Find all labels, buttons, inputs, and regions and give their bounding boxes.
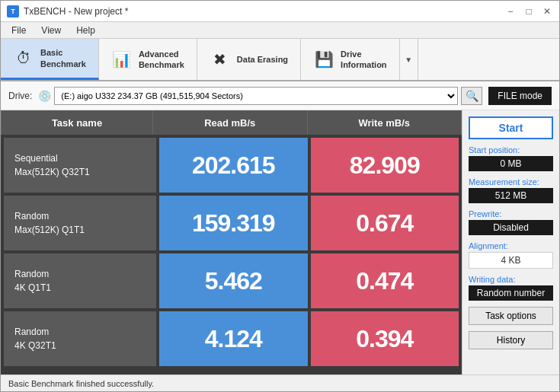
bench-write-0: 82.909 (311, 138, 459, 193)
bench-read-1: 159.319 (159, 196, 308, 250)
app-icon: T (7, 5, 19, 18)
header-read: Read mB/s (153, 110, 308, 135)
data-erasing-icon: ✖ (210, 49, 231, 70)
benchmark-area: Task name Read mB/s Write mB/s Sequentia… (1, 110, 462, 374)
writing-data-label: Writing data: (469, 275, 553, 284)
sidebar: Start Start position: 0 MB Measurement s… (462, 110, 559, 374)
app-title: TxBENCH - New project * (24, 6, 128, 17)
minimize-button[interactable]: − (504, 5, 517, 18)
title-bar-left: T TxBENCH - New project * (7, 5, 128, 18)
header-task-name: Task name (1, 110, 153, 135)
window-controls: − □ ✕ (504, 5, 553, 18)
maximize-button[interactable]: □ (523, 5, 535, 18)
alignment-value: 4 KB (469, 252, 553, 269)
alignment-group: Alignment: 4 KB (469, 241, 553, 269)
bench-label-1: RandomMax(512K) Q1T1 (4, 196, 156, 250)
bench-read-2: 5.462 (159, 253, 308, 308)
start-position-group: Start position: 0 MB (469, 145, 553, 171)
toolbar-more-arrow[interactable]: ▼ (400, 39, 418, 80)
drive-selector-wrapper: (E:) aigo U332 234.37 GB (491,515,904 Se… (54, 87, 458, 105)
drive-icon: 💿 (38, 90, 51, 102)
status-text: Basic Benchmark finished successfully. (8, 379, 154, 388)
bench-write-2: 0.474 (311, 253, 459, 308)
table-row: RandomMax(512K) Q1T1 159.319 0.674 (4, 196, 459, 250)
basic-benchmark-label: BasicBenchmark (40, 47, 86, 69)
alignment-label: Alignment: (469, 241, 553, 250)
status-bar: Basic Benchmark finished successfully. (1, 374, 559, 391)
table-header: Task name Read mB/s Write mB/s (1, 110, 462, 135)
header-write: Write mB/s (308, 110, 462, 135)
advanced-benchmark-icon: 📊 (111, 49, 133, 70)
history-button[interactable]: History (469, 331, 553, 349)
prewrite-group: Prewrite: Disabled (469, 209, 553, 235)
prewrite-value: Disabled (469, 220, 553, 235)
main-content: Task name Read mB/s Write mB/s Sequentia… (1, 110, 559, 374)
drive-label: Drive: (8, 91, 32, 101)
toolbar-data-erasing[interactable]: ✖ Data Erasing (197, 39, 301, 80)
drive-information-label: DriveInformation (341, 49, 387, 71)
advanced-benchmark-label: AdvancedBenchmark (139, 49, 184, 71)
prewrite-label: Prewrite: (469, 209, 553, 218)
benchmark-rows: SequentialMax(512K) Q32T1 202.615 82.909… (1, 135, 462, 374)
start-position-value: 0 MB (469, 156, 553, 171)
close-button[interactable]: ✕ (541, 5, 553, 18)
toolbar-advanced-benchmark[interactable]: 📊 AdvancedBenchmark (99, 39, 197, 80)
bench-label-0: SequentialMax(512K) Q32T1 (4, 138, 156, 193)
start-position-label: Start position: (469, 145, 553, 155)
table-row: Random4K Q1T1 5.462 0.474 (4, 253, 459, 308)
basic-benchmark-icon: ⏱ (13, 48, 34, 69)
bench-label-3: Random4K Q32T1 (4, 311, 156, 366)
bench-label-2: Random4K Q1T1 (4, 253, 156, 308)
table-row: SequentialMax(512K) Q32T1 202.615 82.909 (4, 138, 459, 193)
bench-write-3: 0.394 (311, 311, 459, 366)
task-options-button[interactable]: Task options (469, 307, 553, 325)
toolbar: ⏱ BasicBenchmark 📊 AdvancedBenchmark ✖ D… (1, 39, 559, 81)
menu-help[interactable]: Help (72, 24, 100, 37)
measurement-size-group: Measurement size: 512 MB (469, 177, 553, 203)
data-erasing-label: Data Erasing (237, 54, 288, 65)
table-row: Random4K Q32T1 4.124 0.394 (4, 311, 459, 366)
start-button[interactable]: Start (469, 116, 553, 139)
drive-refresh-button[interactable]: 🔍 (461, 87, 482, 105)
drive-information-icon: 💾 (313, 49, 334, 70)
toolbar-basic-benchmark[interactable]: ⏱ BasicBenchmark (1, 39, 99, 80)
title-bar: T TxBENCH - New project * − □ ✕ (1, 1, 559, 22)
toolbar-drive-information[interactable]: 💾 DriveInformation (301, 39, 400, 80)
menu-file[interactable]: File (7, 24, 30, 37)
file-mode-button[interactable]: FILE mode (488, 87, 552, 105)
menu-view[interactable]: View (37, 24, 66, 37)
bench-read-3: 4.124 (159, 311, 308, 366)
bench-write-1: 0.674 (311, 196, 459, 250)
writing-data-group: Writing data: Random number (469, 275, 553, 301)
writing-data-value: Random number (469, 285, 553, 301)
measurement-size-value: 512 MB (469, 188, 553, 203)
drive-selector[interactable]: (E:) aigo U332 234.37 GB (491,515,904 Se… (54, 87, 458, 105)
measurement-size-label: Measurement size: (469, 177, 553, 186)
drive-row: Drive: 💿 (E:) aigo U332 234.37 GB (491,5… (1, 81, 559, 110)
bench-read-0: 202.615 (159, 138, 308, 193)
menu-bar: File View Help (1, 22, 559, 39)
